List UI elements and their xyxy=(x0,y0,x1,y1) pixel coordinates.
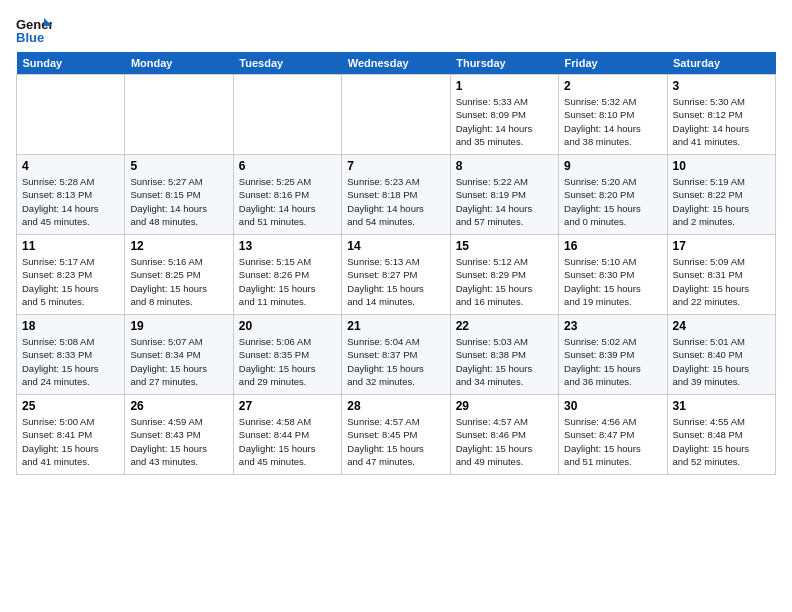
day-number: 8 xyxy=(456,159,553,173)
day-number: 2 xyxy=(564,79,661,93)
calendar-cell: 8Sunrise: 5:22 AMSunset: 8:19 PMDaylight… xyxy=(450,155,558,235)
day-number: 25 xyxy=(22,399,119,413)
cell-content: Sunrise: 4:57 AMSunset: 8:46 PMDaylight:… xyxy=(456,415,553,468)
cell-content: Sunrise: 5:02 AMSunset: 8:39 PMDaylight:… xyxy=(564,335,661,388)
calendar-cell: 1Sunrise: 5:33 AMSunset: 8:09 PMDaylight… xyxy=(450,75,558,155)
cell-content: Sunrise: 5:22 AMSunset: 8:19 PMDaylight:… xyxy=(456,175,553,228)
day-number: 17 xyxy=(673,239,770,253)
cell-content: Sunrise: 5:04 AMSunset: 8:37 PMDaylight:… xyxy=(347,335,444,388)
column-header-thursday: Thursday xyxy=(450,52,558,75)
day-number: 23 xyxy=(564,319,661,333)
calendar-cell xyxy=(342,75,450,155)
calendar-cell xyxy=(125,75,233,155)
cell-content: Sunrise: 5:27 AMSunset: 8:15 PMDaylight:… xyxy=(130,175,227,228)
calendar-cell: 30Sunrise: 4:56 AMSunset: 8:47 PMDayligh… xyxy=(559,395,667,475)
calendar-cell: 18Sunrise: 5:08 AMSunset: 8:33 PMDayligh… xyxy=(17,315,125,395)
cell-content: Sunrise: 5:01 AMSunset: 8:40 PMDaylight:… xyxy=(673,335,770,388)
cell-content: Sunrise: 5:32 AMSunset: 8:10 PMDaylight:… xyxy=(564,95,661,148)
calendar-cell: 3Sunrise: 5:30 AMSunset: 8:12 PMDaylight… xyxy=(667,75,775,155)
cell-content: Sunrise: 5:06 AMSunset: 8:35 PMDaylight:… xyxy=(239,335,336,388)
cell-content: Sunrise: 4:58 AMSunset: 8:44 PMDaylight:… xyxy=(239,415,336,468)
week-row: 25Sunrise: 5:00 AMSunset: 8:41 PMDayligh… xyxy=(17,395,776,475)
day-number: 20 xyxy=(239,319,336,333)
day-number: 12 xyxy=(130,239,227,253)
cell-content: Sunrise: 5:19 AMSunset: 8:22 PMDaylight:… xyxy=(673,175,770,228)
cell-content: Sunrise: 5:12 AMSunset: 8:29 PMDaylight:… xyxy=(456,255,553,308)
week-row: 4Sunrise: 5:28 AMSunset: 8:13 PMDaylight… xyxy=(17,155,776,235)
day-number: 10 xyxy=(673,159,770,173)
cell-content: Sunrise: 5:23 AMSunset: 8:18 PMDaylight:… xyxy=(347,175,444,228)
cell-content: Sunrise: 5:16 AMSunset: 8:25 PMDaylight:… xyxy=(130,255,227,308)
day-number: 11 xyxy=(22,239,119,253)
day-number: 26 xyxy=(130,399,227,413)
calendar-cell: 22Sunrise: 5:03 AMSunset: 8:38 PMDayligh… xyxy=(450,315,558,395)
cell-content: Sunrise: 4:59 AMSunset: 8:43 PMDaylight:… xyxy=(130,415,227,468)
calendar-cell: 13Sunrise: 5:15 AMSunset: 8:26 PMDayligh… xyxy=(233,235,341,315)
svg-text:Blue: Blue xyxy=(16,30,44,45)
cell-content: Sunrise: 4:55 AMSunset: 8:48 PMDaylight:… xyxy=(673,415,770,468)
calendar-cell: 6Sunrise: 5:25 AMSunset: 8:16 PMDaylight… xyxy=(233,155,341,235)
day-number: 22 xyxy=(456,319,553,333)
column-header-wednesday: Wednesday xyxy=(342,52,450,75)
calendar-cell: 11Sunrise: 5:17 AMSunset: 8:23 PMDayligh… xyxy=(17,235,125,315)
day-number: 30 xyxy=(564,399,661,413)
calendar-cell: 7Sunrise: 5:23 AMSunset: 8:18 PMDaylight… xyxy=(342,155,450,235)
cell-content: Sunrise: 5:10 AMSunset: 8:30 PMDaylight:… xyxy=(564,255,661,308)
cell-content: Sunrise: 5:17 AMSunset: 8:23 PMDaylight:… xyxy=(22,255,119,308)
calendar-cell: 12Sunrise: 5:16 AMSunset: 8:25 PMDayligh… xyxy=(125,235,233,315)
cell-content: Sunrise: 5:07 AMSunset: 8:34 PMDaylight:… xyxy=(130,335,227,388)
day-number: 27 xyxy=(239,399,336,413)
column-header-monday: Monday xyxy=(125,52,233,75)
day-number: 4 xyxy=(22,159,119,173)
calendar-cell: 24Sunrise: 5:01 AMSunset: 8:40 PMDayligh… xyxy=(667,315,775,395)
calendar-cell: 15Sunrise: 5:12 AMSunset: 8:29 PMDayligh… xyxy=(450,235,558,315)
week-row: 18Sunrise: 5:08 AMSunset: 8:33 PMDayligh… xyxy=(17,315,776,395)
day-number: 31 xyxy=(673,399,770,413)
cell-content: Sunrise: 5:09 AMSunset: 8:31 PMDaylight:… xyxy=(673,255,770,308)
day-number: 3 xyxy=(673,79,770,93)
column-header-sunday: Sunday xyxy=(17,52,125,75)
calendar-cell xyxy=(17,75,125,155)
cell-content: Sunrise: 4:57 AMSunset: 8:45 PMDaylight:… xyxy=(347,415,444,468)
day-number: 6 xyxy=(239,159,336,173)
page-header: General Blue xyxy=(16,16,776,46)
day-number: 18 xyxy=(22,319,119,333)
cell-content: Sunrise: 5:28 AMSunset: 8:13 PMDaylight:… xyxy=(22,175,119,228)
day-number: 28 xyxy=(347,399,444,413)
day-number: 14 xyxy=(347,239,444,253)
day-number: 16 xyxy=(564,239,661,253)
calendar-cell: 31Sunrise: 4:55 AMSunset: 8:48 PMDayligh… xyxy=(667,395,775,475)
calendar-cell: 25Sunrise: 5:00 AMSunset: 8:41 PMDayligh… xyxy=(17,395,125,475)
day-number: 5 xyxy=(130,159,227,173)
header-row: SundayMondayTuesdayWednesdayThursdayFrid… xyxy=(17,52,776,75)
week-row: 11Sunrise: 5:17 AMSunset: 8:23 PMDayligh… xyxy=(17,235,776,315)
cell-content: Sunrise: 5:08 AMSunset: 8:33 PMDaylight:… xyxy=(22,335,119,388)
logo: General Blue xyxy=(16,16,52,46)
day-number: 15 xyxy=(456,239,553,253)
column-header-saturday: Saturday xyxy=(667,52,775,75)
column-header-friday: Friday xyxy=(559,52,667,75)
day-number: 21 xyxy=(347,319,444,333)
calendar-cell: 14Sunrise: 5:13 AMSunset: 8:27 PMDayligh… xyxy=(342,235,450,315)
calendar-table: SundayMondayTuesdayWednesdayThursdayFrid… xyxy=(16,52,776,475)
cell-content: Sunrise: 5:33 AMSunset: 8:09 PMDaylight:… xyxy=(456,95,553,148)
day-number: 9 xyxy=(564,159,661,173)
cell-content: Sunrise: 5:15 AMSunset: 8:26 PMDaylight:… xyxy=(239,255,336,308)
cell-content: Sunrise: 5:13 AMSunset: 8:27 PMDaylight:… xyxy=(347,255,444,308)
day-number: 13 xyxy=(239,239,336,253)
calendar-cell: 2Sunrise: 5:32 AMSunset: 8:10 PMDaylight… xyxy=(559,75,667,155)
logo-icon: General Blue xyxy=(16,16,52,46)
calendar-cell: 9Sunrise: 5:20 AMSunset: 8:20 PMDaylight… xyxy=(559,155,667,235)
week-row: 1Sunrise: 5:33 AMSunset: 8:09 PMDaylight… xyxy=(17,75,776,155)
calendar-cell: 20Sunrise: 5:06 AMSunset: 8:35 PMDayligh… xyxy=(233,315,341,395)
day-number: 1 xyxy=(456,79,553,93)
day-number: 19 xyxy=(130,319,227,333)
cell-content: Sunrise: 5:03 AMSunset: 8:38 PMDaylight:… xyxy=(456,335,553,388)
calendar-cell: 27Sunrise: 4:58 AMSunset: 8:44 PMDayligh… xyxy=(233,395,341,475)
calendar-cell: 29Sunrise: 4:57 AMSunset: 8:46 PMDayligh… xyxy=(450,395,558,475)
calendar-cell xyxy=(233,75,341,155)
calendar-cell: 23Sunrise: 5:02 AMSunset: 8:39 PMDayligh… xyxy=(559,315,667,395)
calendar-cell: 26Sunrise: 4:59 AMSunset: 8:43 PMDayligh… xyxy=(125,395,233,475)
calendar-cell: 28Sunrise: 4:57 AMSunset: 8:45 PMDayligh… xyxy=(342,395,450,475)
calendar-cell: 5Sunrise: 5:27 AMSunset: 8:15 PMDaylight… xyxy=(125,155,233,235)
